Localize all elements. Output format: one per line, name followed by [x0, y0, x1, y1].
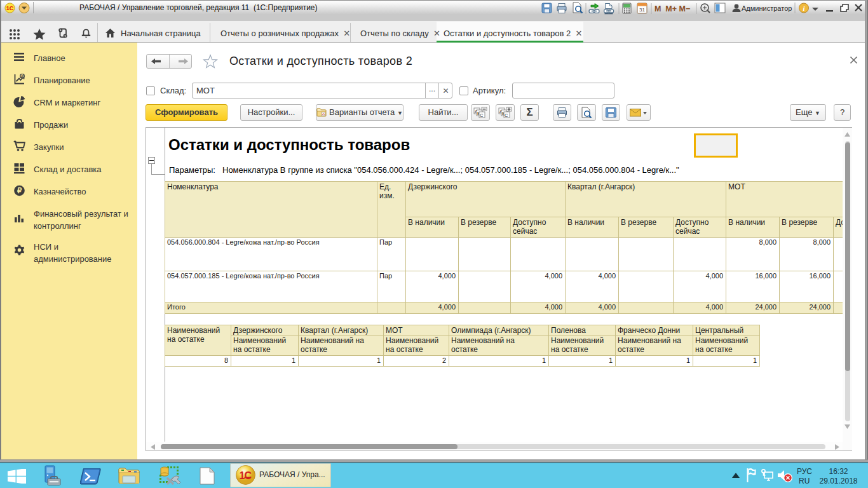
svg-text:₽: ₽ — [17, 187, 22, 194]
svg-text:1С: 1С — [6, 5, 14, 11]
svg-text:M M+ M−: M M+ M− — [654, 4, 690, 13]
svg-text:C: C — [480, 112, 484, 118]
svg-text:C: C — [505, 112, 508, 118]
svg-text:₽: ₽ — [21, 74, 24, 78]
svg-text:1С: 1С — [240, 470, 252, 481]
svg-text:31: 31 — [639, 7, 645, 13]
